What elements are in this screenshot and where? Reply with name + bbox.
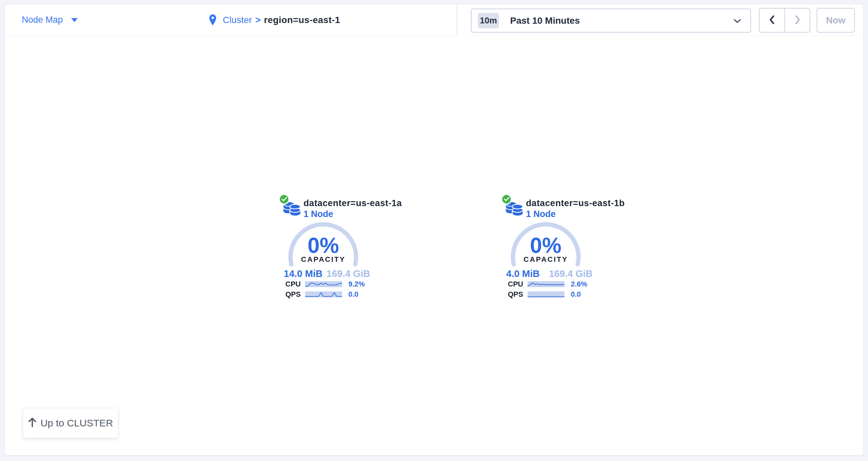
cpu-sparkline [528, 281, 564, 287]
capacity-percent: 0% [506, 233, 585, 258]
view-selector-dropdown[interactable]: Node Map [22, 4, 78, 36]
capacity-total: 169.4 GiB [327, 268, 370, 279]
caret-down-icon [71, 18, 78, 22]
next-time-button[interactable] [784, 8, 810, 32]
cpu-sparkline [305, 281, 342, 287]
map-pin-icon [209, 14, 217, 26]
now-button[interactable]: Now [816, 8, 855, 33]
chevron-right-icon [793, 14, 802, 26]
time-range-badge: 10m [478, 13, 499, 28]
cpu-label: CPU [508, 280, 528, 289]
up-to-cluster-button[interactable]: Up to CLUSTER [23, 408, 118, 438]
qps-label: QPS [508, 290, 528, 299]
capacity-values: 4.0 MiB 169.4 GiB [506, 268, 592, 279]
qps-sparkline [528, 291, 564, 297]
locality-title: datacenter=us-east-1a [304, 198, 402, 208]
check-circle-icon [501, 194, 512, 204]
breadcrumb-current: region=us-east-1 [264, 15, 340, 25]
locality-card-us-east-1a[interactable]: datacenter=us-east-1a 1 Node 0% CAPACITY… [277, 194, 396, 303]
cpu-metric-row: CPU 2.6% [508, 281, 587, 288]
cpu-value: 2.6% [571, 280, 587, 289]
header: Node Map Cluster > region=us-east-1 10m … [5, 4, 863, 36]
locality-card-us-east-1b[interactable]: datacenter=us-east-1b 1 Node 0% CAPACITY… [500, 194, 618, 303]
breadcrumb: Cluster > region=us-east-1 [209, 4, 340, 36]
capacity-total: 169.4 GiB [549, 268, 592, 279]
capacity-label: CAPACITY [506, 255, 585, 264]
qps-sparkline [305, 291, 342, 297]
chevron-left-icon [768, 14, 776, 26]
check-circle-icon [279, 194, 289, 204]
up-to-cluster-label: Up to CLUSTER [40, 418, 113, 429]
qps-metric-row: QPS 0.0 [508, 291, 581, 298]
qps-metric-row: QPS 0.0 [285, 291, 359, 298]
capacity-used: 4.0 MiB [506, 268, 540, 279]
node-map-panel: Node Map Cluster > region=us-east-1 10m … [4, 4, 864, 455]
breadcrumb-separator: > [255, 15, 261, 25]
arrow-up-icon [28, 417, 37, 429]
capacity-percent: 0% [284, 233, 363, 258]
qps-label: QPS [285, 290, 305, 299]
capacity-label: CAPACITY [284, 255, 363, 264]
breadcrumb-cluster-link[interactable]: Cluster [223, 15, 252, 25]
cpu-label: CPU [285, 280, 305, 289]
locality-title: datacenter=us-east-1b [526, 198, 625, 208]
cpu-value: 9.2% [348, 280, 365, 289]
time-pager [759, 8, 810, 33]
qps-value: 0.0 [348, 290, 359, 299]
view-selector-label: Node Map [22, 15, 63, 25]
cpu-metric-row: CPU 9.2% [285, 281, 365, 288]
qps-value: 0.0 [571, 290, 581, 299]
header-divider [457, 5, 457, 35]
capacity-used: 14.0 MiB [284, 268, 322, 279]
time-range-label: Past 10 Minutes [510, 15, 580, 26]
chevron-down-icon [734, 19, 741, 25]
time-range-dropdown[interactable]: 10m Past 10 Minutes [471, 8, 751, 33]
capacity-values: 14.0 MiB 169.4 GiB [284, 268, 370, 279]
prev-time-button[interactable] [760, 8, 784, 32]
